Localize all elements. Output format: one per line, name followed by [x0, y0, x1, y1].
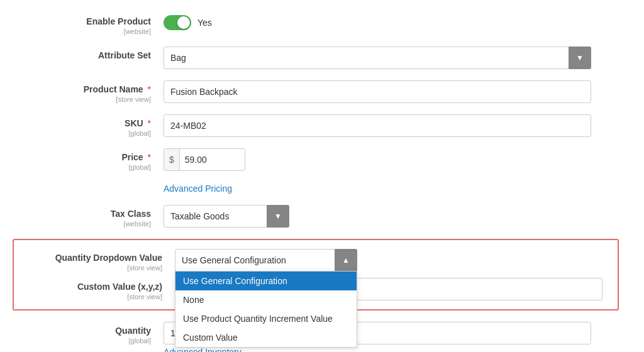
attribute-set-row: Attribute Set Bag Default Downloadable G…	[13, 47, 619, 69]
qty-dropdown-control: Use General Configuration ▲ Use General …	[175, 249, 608, 272]
price-required: *	[148, 152, 151, 162]
qty-option-use-product[interactable]: Use Product Quantity Increment Value	[175, 309, 357, 328]
sku-row: SKU * [global]	[13, 114, 619, 137]
price-input[interactable]	[180, 149, 230, 170]
tax-class-label: Tax Class	[111, 209, 151, 219]
product-name-row: Product Name * [store view]	[13, 80, 619, 103]
sku-label: SKU	[125, 118, 143, 128]
enable-product-row: Enable Product [website] Yes	[13, 13, 619, 35]
toggle-value-label: Yes	[197, 18, 212, 28]
enable-product-scope: [website]	[13, 28, 151, 35]
attribute-set-select[interactable]: Bag Default Downloadable Gear Sprite Sta…	[164, 47, 591, 69]
qty-option-none[interactable]: None	[175, 290, 357, 309]
product-name-label-col: Product Name * [store view]	[13, 80, 164, 103]
sku-control	[164, 114, 619, 137]
tax-class-row: Tax Class [website] None Taxable Goods ▼	[13, 205, 619, 228]
toggle-wrapper: Yes	[164, 13, 619, 30]
sku-scope: [global]	[13, 129, 151, 137]
price-label-col: Price * [global]	[13, 148, 164, 171]
qty-dropdown-label-col: Quantity Dropdown Value [store view]	[24, 249, 175, 272]
quantity-label: Quantity	[115, 326, 151, 336]
advanced-pricing-link[interactable]: Advanced Pricing	[164, 184, 232, 194]
price-row: Price * [global] $ Advanced Pricing	[13, 148, 619, 194]
qty-dropdown-arrow: ▲	[335, 249, 357, 272]
enable-product-label-col: Enable Product [website]	[13, 13, 164, 35]
price-label: Price	[121, 152, 143, 162]
quantity-scope: [global]	[13, 337, 151, 344]
qty-dropdown-scope: [store view]	[24, 264, 162, 272]
attribute-set-select-wrapper: Bag Default Downloadable Gear Sprite Sta…	[164, 47, 591, 69]
product-form: Enable Product [website] Yes Attribute S…	[0, 0, 644, 352]
qty-dropdown-label: Quantity Dropdown Value	[55, 253, 162, 263]
toggle-knob	[177, 16, 190, 29]
advanced-inventory-link[interactable]: Advanced Inventory	[164, 347, 242, 352]
qty-dropdown-arrow-icon: ▲	[342, 256, 350, 265]
tax-class-select-wrapper: None Taxable Goods ▼	[164, 205, 289, 228]
qty-dropdown-wrapper: Use General Configuration ▲ Use General …	[175, 249, 357, 272]
price-input-wrapper: $	[164, 148, 245, 171]
enable-product-control: Yes	[164, 13, 619, 30]
sku-label-col: SKU * [global]	[13, 114, 164, 137]
attribute-set-label: Attribute Set	[98, 50, 151, 60]
tax-class-select[interactable]: None Taxable Goods	[164, 205, 289, 228]
tax-class-label-col: Tax Class [website]	[13, 205, 164, 228]
qty-dropdown-selected[interactable]: Use General Configuration	[175, 249, 357, 272]
qty-dropdown-selected-text: Use General Configuration	[182, 255, 286, 265]
qty-option-use-general[interactable]: Use General Configuration	[175, 272, 357, 290]
qty-dropdown-options: Use General Configuration None Use Produ…	[175, 271, 357, 348]
custom-value-label: Custom Value (x,y,z)	[77, 282, 162, 292]
qty-option-custom[interactable]: Custom Value	[175, 328, 357, 347]
attribute-set-label-col: Attribute Set	[13, 47, 164, 60]
price-control: $ Advanced Pricing	[164, 148, 619, 194]
product-name-scope: [store view]	[13, 96, 151, 103]
product-name-input[interactable]	[164, 80, 591, 103]
quantity-label-col: Quantity [global]	[13, 322, 164, 344]
custom-value-scope: [store view]	[24, 293, 162, 300]
enable-product-label: Enable Product	[86, 16, 151, 26]
quantity-dropdown-section: Quantity Dropdown Value [store view] Use…	[13, 239, 619, 311]
enable-product-toggle[interactable]	[164, 15, 191, 30]
price-currency-symbol: $	[164, 149, 180, 170]
price-scope: [global]	[13, 163, 151, 171]
sku-input[interactable]	[164, 114, 591, 137]
product-name-required: *	[148, 84, 151, 94]
sku-required: *	[148, 118, 151, 128]
attribute-set-control: Bag Default Downloadable Gear Sprite Sta…	[164, 47, 619, 69]
qty-dropdown-row: Quantity Dropdown Value [store view] Use…	[24, 249, 608, 272]
tax-class-control: None Taxable Goods ▼	[164, 205, 619, 228]
product-name-label: Product Name	[84, 84, 143, 94]
custom-value-label-col: Custom Value (x,y,z) [store view]	[24, 278, 175, 300]
product-name-control	[164, 80, 619, 103]
tax-class-scope: [website]	[13, 220, 151, 228]
